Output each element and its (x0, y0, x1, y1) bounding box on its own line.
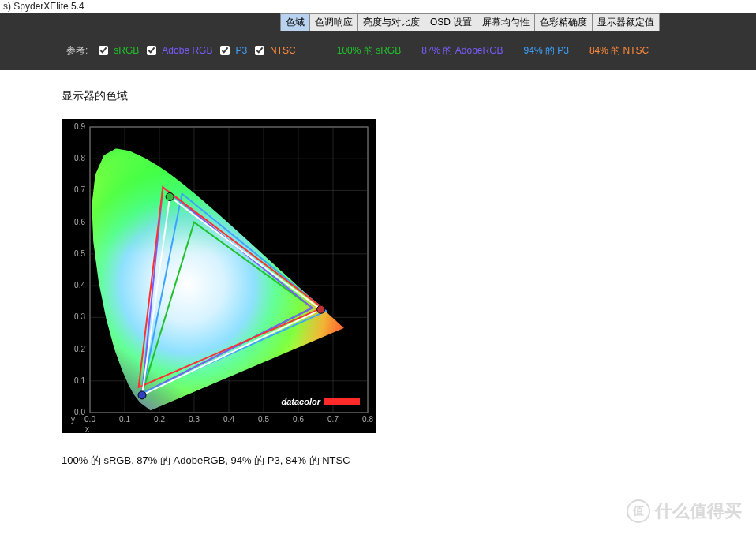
header-panel: 色域色调响应亮度与对比度OSD 设置屏幕均匀性色彩精确度显示器额定值 参考: s… (0, 13, 756, 70)
tab-bar: 色域色调响应亮度与对比度OSD 设置屏幕均匀性色彩精确度显示器额定值 (0, 13, 756, 31)
ref-sRGB-label: sRGB (114, 45, 139, 56)
svg-text:y: y (71, 415, 75, 424)
ref-sRGB-checkbox[interactable] (99, 46, 108, 55)
ref-adobe-checkbox[interactable] (147, 46, 156, 55)
page-title: 显示器的色域 (62, 89, 756, 103)
ref-sRGB[interactable]: sRGB (95, 43, 139, 58)
tab-tone[interactable]: 色调响应 (309, 13, 358, 31)
svg-text:0.6: 0.6 (74, 218, 85, 226)
tab-accuracy[interactable]: 色彩精确度 (534, 13, 593, 31)
gamut-summary: 100% 的 sRGB, 87% 的 AdobeRGB, 94% 的 P3, 8… (62, 454, 756, 468)
svg-text:0.4: 0.4 (74, 281, 85, 290)
svg-text:0.0: 0.0 (84, 415, 95, 424)
gamut-chart: 0.00.10.20.30.40.50.60.70.80.00.10.20.30… (62, 119, 376, 433)
svg-point-51 (166, 192, 174, 200)
svg-text:0.7: 0.7 (74, 185, 85, 194)
svg-point-50 (317, 305, 325, 313)
ref-p3[interactable]: P3 (217, 43, 247, 58)
tab-uniform[interactable]: 屏幕均匀性 (477, 13, 535, 31)
stat-adobe: 87% 的 AdobeRGB (421, 45, 503, 56)
ref-adobe[interactable]: Adobe RGB (144, 43, 212, 58)
watermark-icon: 值 (627, 499, 650, 523)
ref-ntsc-label: NTSC (270, 45, 296, 56)
svg-point-52 (138, 391, 146, 399)
title-bar: s) SpyderXElite 5.4 (0, 0, 756, 13)
ref-ntsc-checkbox[interactable] (255, 46, 264, 55)
ref-p3-checkbox[interactable] (220, 46, 230, 55)
ref-adobe-label: Adobe RGB (162, 45, 212, 56)
ref-ntsc[interactable]: NTSC (252, 43, 296, 58)
reference-label: 参考: (66, 44, 88, 58)
svg-text:0.6: 0.6 (293, 415, 304, 424)
svg-text:x: x (85, 424, 89, 433)
stat-p3: 94% 的 P3 (524, 45, 569, 56)
watermark-text: 什么值得买 (655, 499, 742, 523)
svg-text:0.4: 0.4 (223, 415, 234, 424)
svg-text:0.2: 0.2 (74, 345, 85, 353)
tab-gamut[interactable]: 色域 (280, 13, 310, 31)
svg-text:0.7: 0.7 (327, 415, 339, 424)
svg-text:0.1: 0.1 (119, 415, 130, 424)
stat-sRGB: 100% 的 sRGB (337, 45, 401, 56)
tab-rated[interactable]: 显示器额定值 (592, 13, 660, 31)
app-title: SpyderXElite 5.4 (13, 1, 84, 12)
svg-text:0.1: 0.1 (74, 376, 85, 385)
tab-osd[interactable]: OSD 设置 (425, 13, 477, 31)
svg-text:0.2: 0.2 (154, 415, 165, 424)
watermark: 值 什么值得买 (627, 499, 742, 523)
stat-ntsc: 84% 的 NTSC (589, 45, 649, 56)
svg-text:0.9: 0.9 (74, 122, 85, 131)
svg-text:datacolor: datacolor (281, 397, 320, 406)
svg-text:0.8: 0.8 (74, 154, 85, 163)
content-page: 显示器的色域 0.00.10.20.30.40.50.60.70.80.00.1… (14, 70, 756, 531)
svg-text:0.3: 0.3 (74, 312, 85, 321)
tab-bright[interactable]: 亮度与对比度 (357, 13, 425, 31)
title-prefix: s) (3, 1, 11, 12)
svg-text:0.3: 0.3 (189, 415, 200, 424)
svg-text:0.5: 0.5 (258, 415, 269, 424)
svg-text:0.5: 0.5 (74, 249, 85, 258)
reference-row: 参考: sRGBAdobe RGBP3NTSC 100% 的 sRGB87% 的… (0, 31, 756, 70)
svg-text:0.0: 0.0 (74, 408, 85, 417)
ref-p3-label: P3 (235, 45, 247, 56)
svg-rect-54 (324, 398, 360, 405)
svg-text:0.8: 0.8 (362, 415, 373, 424)
